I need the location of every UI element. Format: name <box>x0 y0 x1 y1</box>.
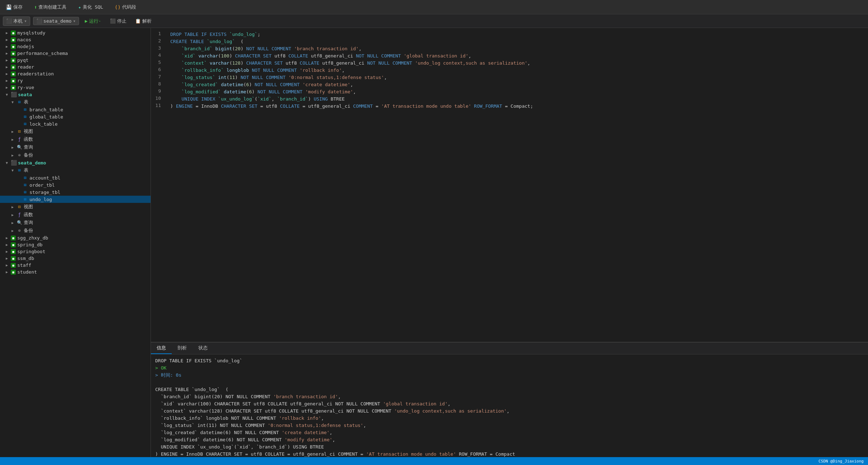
db-icon: ⬛ <box>36 18 42 24</box>
arrow-icon: ▶ <box>11 229 16 233</box>
sidebar-item-seata-demo-tables[interactable]: ▼ ⊞ 表 <box>0 166 151 174</box>
output-line: DROP TABLE IF EXISTS `undo_log` <box>155 357 864 364</box>
db-label: readerstation <box>17 71 54 76</box>
code-line-9: 9 `log_modified` datetime(6) NOT NULL CO… <box>151 88 868 96</box>
line-number: 3 <box>151 45 165 51</box>
code-content: DROP TABLE IF EXISTS `undo_log`; <box>167 31 868 38</box>
folder-label: 表 <box>24 99 28 105</box>
db-label: seata <box>18 92 32 97</box>
table-label: global_table <box>29 114 63 120</box>
explain-button[interactable]: 📋 解析 <box>132 17 154 25</box>
line-number: 7 <box>151 74 165 79</box>
panel-output[interactable]: DROP TABLE IF EXISTS `undo_log` > OK > 时… <box>151 354 868 457</box>
beautify-button[interactable]: ✦ 美化 SQL <box>75 3 106 11</box>
db-icon: ⬛ <box>11 92 17 97</box>
output-line: CREATE TABLE `undo_log` ( <box>155 386 864 393</box>
code-snippet-button[interactable]: () 代码段 <box>112 3 139 11</box>
db-icon: ■ <box>11 249 16 254</box>
sidebar-item-student[interactable]: ▶ ■ student <box>0 269 151 275</box>
sidebar-item-reader[interactable]: ▶ ■ reader <box>0 64 151 70</box>
code-line-3: 3 `branch_id` bigint(20) NOT NULL COMMEN… <box>151 45 868 52</box>
local-connection-select[interactable]: ⬛ 本机 ▾ <box>3 17 30 26</box>
code-editor[interactable]: 1 DROP TABLE IF EXISTS `undo_log`; 2 CRE… <box>151 28 868 342</box>
sidebar-item-nacos[interactable]: ▶ ■ nacos <box>0 36 151 43</box>
line-number: 8 <box>151 81 165 87</box>
tab-info[interactable]: 信息 <box>151 343 172 354</box>
sidebar-item-nodejs[interactable]: ▶ ■ nodejs <box>0 43 151 50</box>
tab-profile[interactable]: 剖析 <box>172 343 193 354</box>
code-content: `xid` varchar(100) CHARACTER SET utf8 CO… <box>167 52 868 60</box>
code-content: `context` varchar(128) CHARACTER SET utf… <box>167 60 868 67</box>
arrow-icon: ▶ <box>6 31 10 35</box>
table-icon: ⊞ <box>22 175 28 181</box>
sidebar-item-seata-funcs[interactable]: ▶ ƒ 函数 <box>0 135 151 143</box>
table-label: undo_log <box>29 197 52 202</box>
folder-label: 备份 <box>24 227 33 234</box>
sidebar-item-branch-table[interactable]: ▶ ⊞ branch_table <box>0 106 151 113</box>
stop-icon: ⬛ <box>110 18 116 24</box>
arrow-icon: ▶ <box>6 236 10 240</box>
arrow-icon: ▶ <box>6 72 10 76</box>
local-label: 本机 <box>13 18 23 24</box>
sidebar-item-undo-log[interactable]: ▶ ⊞ undo_log <box>0 196 151 203</box>
arrow-icon: ▶ <box>6 85 10 89</box>
line-number: 9 <box>151 88 165 94</box>
db-label: nacos <box>17 37 31 42</box>
sidebar-item-lock-table[interactable]: ▶ ⊞ lock_table <box>0 120 151 127</box>
sidebar-item-performance-schema[interactable]: ▶ ■ performance_schema <box>0 50 151 57</box>
output-line: `log_status` int(11) NOT NULL COMMENT '0… <box>155 422 864 429</box>
output-line: ) ENGINE = InnoDB CHARACTER SET = utf8 C… <box>155 451 864 457</box>
folder-label: 函数 <box>24 136 33 143</box>
sidebar-item-account-tbl[interactable]: ▶ ⊞ account_tbl <box>0 174 151 181</box>
stop-button[interactable]: ⬛ 停止 <box>107 17 129 25</box>
sidebar-item-seata-views[interactable]: ▶ ⊡ 视图 <box>0 127 151 135</box>
sidebar-item-staff[interactable]: ▶ ■ staff <box>0 262 151 269</box>
sidebar-item-seata-queries[interactable]: ▶ 🔍 查询 <box>0 143 151 151</box>
sidebar-item-seata-tables[interactable]: ▼ ⊞ 表 <box>0 98 151 106</box>
sidebar-item-springboot[interactable]: ▶ ■ springboot <box>0 248 151 255</box>
sidebar-item-seata-demo-queries[interactable]: ▶ 🔍 查询 <box>0 219 151 227</box>
save-button[interactable]: 💾 保存 <box>3 3 26 11</box>
sidebar-item-seata-demo-funcs[interactable]: ▶ ƒ 函数 <box>0 211 151 219</box>
func-icon: ƒ <box>17 212 22 218</box>
tab-status[interactable]: 状态 <box>193 343 213 354</box>
output-line: > 时间: 0s <box>155 372 864 379</box>
line-number: 2 <box>151 38 165 43</box>
sidebar-item-mysqlstudy[interactable]: ▶ ■ mysqlstudy <box>0 29 151 36</box>
explain-icon: 📋 <box>135 18 141 24</box>
sidebar-item-readerstation[interactable]: ▶ ■ readerstation <box>0 70 151 77</box>
beautify-icon: ✦ <box>78 4 81 10</box>
save-icon: 💾 <box>6 4 12 10</box>
sidebar-item-seata-backups[interactable]: ▶ ⊕ 备份 <box>0 151 151 159</box>
sidebar-item-order-tbl[interactable]: ▶ ⊞ order_tbl <box>0 181 151 189</box>
code-content: ) ENGINE = InnoDB CHARACTER SET = utf8 C… <box>167 103 868 110</box>
sidebar-item-ry-vue[interactable]: ▶ ■ ry-vue <box>0 84 151 91</box>
code-line-4: 4 `xid` varchar(100) CHARACTER SET utf8 … <box>151 52 868 60</box>
db-icon: ■ <box>11 85 16 90</box>
create-tool-button[interactable]: ⬆ 查询创建工具 <box>31 3 69 11</box>
connection-bar: ⬛ 本机 ▾ ⬛ seata_demo ▾ ▶ 运行· ⬛ 停止 📋 解析 <box>0 14 868 28</box>
sidebar-item-seata[interactable]: ▼ ⬛ seata <box>0 91 151 98</box>
code-line-5: 5 `context` varchar(128) CHARACTER SET u… <box>151 60 868 67</box>
table-folder-icon: ⊞ <box>17 99 22 105</box>
sidebar-item-ry[interactable]: ▶ ■ ry <box>0 77 151 84</box>
arrow-icon: ▶ <box>11 213 16 217</box>
sidebar-item-spring-db[interactable]: ▶ ■ spring_db <box>0 241 151 248</box>
arrow-icon: ▶ <box>6 65 10 69</box>
code-line-2: 2 CREATE TABLE `undo_log` ( <box>151 38 868 45</box>
db-select[interactable]: ⬛ seata_demo ▾ <box>33 17 79 25</box>
sidebar-item-seata-demo-backups[interactable]: ▶ ⊕ 备份 <box>0 227 151 234</box>
sidebar-item-sgg-zhxy-db[interactable]: ▶ ■ sgg_zhxy_db <box>0 234 151 241</box>
sidebar-item-pyqt[interactable]: ▶ ■ pyqt <box>0 57 151 64</box>
arrow-icon: ▶ <box>11 205 16 209</box>
db-label: seata_demo <box>18 160 46 166</box>
sidebar-item-seata-demo[interactable]: ▼ ⬛ seata_demo <box>0 159 151 166</box>
db-label: performance_schema <box>17 51 68 56</box>
sidebar-item-global-table[interactable]: ▶ ⊞ global_table <box>0 113 151 120</box>
run-button[interactable]: ▶ 运行· <box>82 17 104 25</box>
code-line-6: 6 `rollback_info` longblob NOT NULL COMM… <box>151 67 868 74</box>
sidebar-item-storage-tbl[interactable]: ▶ ⊞ storage_tbl <box>0 189 151 196</box>
sidebar-item-seata-demo-views[interactable]: ▶ ⊡ 视图 <box>0 203 151 211</box>
table-label: storage_tbl <box>29 190 60 195</box>
sidebar-item-ssm-db[interactable]: ▶ ■ ssm_db <box>0 255 151 262</box>
